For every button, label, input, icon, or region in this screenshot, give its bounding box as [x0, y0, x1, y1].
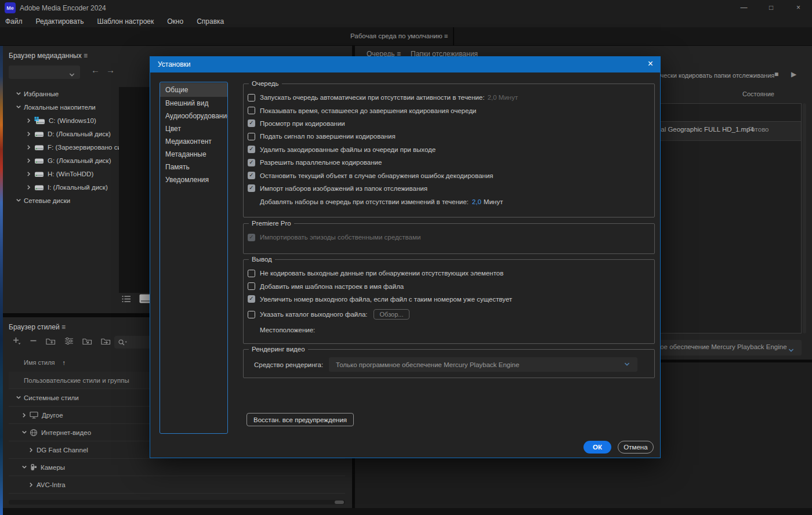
media-browser-filter-dropdown[interactable] — [9, 66, 80, 79]
media-tree-label: Избранные — [24, 90, 59, 97]
menu-window[interactable]: Окно — [167, 17, 183, 26]
media-tree-item[interactable]: G: (Локальный диск) — [9, 154, 119, 167]
settings-category[interactable]: Цвет — [160, 122, 227, 135]
close-button[interactable]: × — [785, 0, 812, 16]
drive-icon — [34, 157, 44, 164]
minimize-button[interactable]: — — [730, 0, 757, 16]
forward-arrow-button[interactable]: → — [106, 65, 115, 75]
media-tree-item[interactable]: Локальные накопители — [9, 100, 119, 114]
checkbox[interactable]: ✓ — [248, 295, 255, 303]
maximize-button[interactable]: □ — [757, 0, 785, 16]
stop-icon[interactable]: ■ — [774, 70, 778, 78]
preset-row[interactable]: Камеры — [9, 459, 345, 476]
settings-category[interactable]: Внешний вид — [160, 97, 227, 110]
chevron-right-icon[interactable] — [28, 482, 37, 488]
media-tree-label: I: (Локальный диск) — [48, 184, 108, 191]
chevron-down-icon[interactable] — [16, 395, 24, 400]
media-tree-item[interactable]: Сетевые диски — [9, 194, 119, 207]
chevron-down-icon[interactable] — [21, 430, 30, 435]
app-logo: Me — [5, 2, 16, 13]
media-tree-item[interactable]: D: (Локальный диск) — [9, 127, 119, 140]
checkbox[interactable]: ✓ — [248, 146, 255, 153]
menu-edit[interactable]: Редактировать — [36, 17, 84, 26]
settings-category[interactable]: Медиаконтент — [160, 135, 227, 148]
ok-button[interactable]: ОК — [583, 441, 611, 454]
chevron-right-icon[interactable] — [26, 118, 34, 124]
checkbox[interactable] — [248, 94, 255, 101]
settings-category[interactable]: Память — [160, 161, 227, 173]
status-column-header: Состояние — [742, 90, 774, 97]
chevron-right-icon[interactable] — [26, 144, 34, 150]
chevron-right-icon[interactable] — [28, 447, 37, 453]
menu-preset[interactable]: Шаблон настроек — [97, 17, 154, 26]
panel-menu-icon[interactable]: ≡ — [84, 52, 88, 60]
list-view-icon[interactable] — [122, 295, 131, 305]
vertical-scrollbar[interactable] — [803, 103, 806, 333]
panel-menu-icon[interactable]: ≡ — [61, 323, 66, 331]
start-queue-icon[interactable]: ▶ — [791, 70, 796, 78]
checkbox[interactable] — [248, 133, 255, 140]
apply-button[interactable] — [82, 337, 92, 345]
new-group-button[interactable] — [46, 337, 56, 345]
media-tree: ИзбранныеЛокальные накопителиC: (Windows… — [9, 87, 119, 293]
checkbox[interactable]: ✓ — [248, 119, 255, 127]
app-logo-text: Me — [6, 5, 14, 11]
reset-warnings-button[interactable]: Восстан. все предупреждения — [246, 413, 354, 426]
group-legend: Вывод — [249, 255, 275, 264]
pref-label: Указать каталог выходного файла: — [260, 311, 368, 318]
add-button[interactable] — [12, 336, 21, 345]
pref-row: Добавить имя шаблона настроек в имя файл… — [248, 280, 650, 292]
checkbox[interactable] — [248, 270, 255, 277]
settings-category[interactable]: Аудиооборудование — [160, 110, 227, 122]
checkbox[interactable] — [248, 311, 255, 318]
preset-column-header[interactable]: Имя стиля ↑ — [24, 359, 66, 366]
media-tree-item[interactable]: F: (Зарезервировано системой) — [9, 140, 119, 154]
dialog-close-button[interactable]: × — [648, 56, 653, 72]
titlebar: Me Adobe Media Encoder 2024 — □ × — [0, 0, 812, 16]
output-settings-rows: Не кодировать выходные данные при обнару… — [248, 267, 650, 337]
settings-category[interactable]: Общие — [160, 83, 227, 97]
chevron-right-icon[interactable] — [21, 412, 30, 418]
checkbox[interactable]: ✓ — [248, 159, 255, 166]
chevron-down-icon[interactable] — [21, 465, 30, 470]
pref-label: Не кодировать выходные данные при обнару… — [260, 270, 503, 277]
menu-help[interactable]: Справка — [197, 17, 224, 26]
preset-label: Камеры — [41, 464, 65, 471]
window-controls: — □ × — [730, 0, 812, 16]
menu-file[interactable]: Файл — [5, 17, 23, 26]
media-tree-item[interactable]: C: (Windows10) — [9, 114, 119, 127]
remove-button[interactable] — [30, 336, 37, 345]
checkbox[interactable]: ✓ — [248, 184, 255, 192]
chevron-right-icon[interactable] — [26, 184, 34, 190]
chevron-right-icon[interactable] — [26, 131, 34, 137]
media-tree-item[interactable]: Избранные — [9, 87, 119, 100]
dialog-titlebar[interactable]: Установки × — [150, 56, 661, 72]
checkbox[interactable] — [248, 282, 255, 290]
back-arrow-button[interactable]: ← — [91, 65, 100, 75]
settings-button[interactable] — [64, 337, 74, 345]
chevron-down-icon[interactable] — [16, 91, 24, 96]
output-settings-group: Вывод Не кодировать выходные данные при … — [243, 259, 655, 344]
scrollbar-thumb[interactable] — [335, 501, 344, 504]
preset-row[interactable]: AVC-Intra — [9, 476, 345, 494]
chevron-down-icon[interactable] — [16, 104, 24, 110]
chevron-down-icon[interactable] — [16, 198, 24, 203]
checkbox[interactable]: ✓ — [248, 172, 255, 179]
media-tree-label: D: (Локальный диск) — [48, 130, 111, 137]
chevron-right-icon[interactable] — [26, 171, 34, 177]
chevron-right-icon[interactable] — [26, 158, 34, 164]
minutes-value[interactable]: 2,0 — [472, 198, 481, 205]
settings-category[interactable]: Метаданные — [160, 148, 227, 161]
media-tree-item[interactable]: H: (WinToHDD) — [9, 167, 119, 180]
cancel-button[interactable]: Отмена — [618, 441, 654, 454]
view-toggle-group — [122, 294, 151, 306]
media-tree-item[interactable]: I: (Локальный диск) — [9, 180, 119, 194]
workspace-switcher[interactable]: Рабочая среда по умолчанию ≡ — [350, 32, 448, 39]
renderer-dropdown[interactable]: Только программное обеспечение Mercury P… — [329, 357, 637, 372]
horizontal-scrollbar[interactable] — [9, 500, 345, 505]
settings-category[interactable]: Уведомления — [160, 173, 227, 186]
import-button[interactable] — [101, 337, 111, 345]
preferences-dialog: Установки × ОбщиеВнешний видАудиооборудо… — [150, 56, 661, 458]
checkbox[interactable] — [248, 107, 255, 114]
sort-ascending-icon: ↑ — [63, 359, 66, 366]
